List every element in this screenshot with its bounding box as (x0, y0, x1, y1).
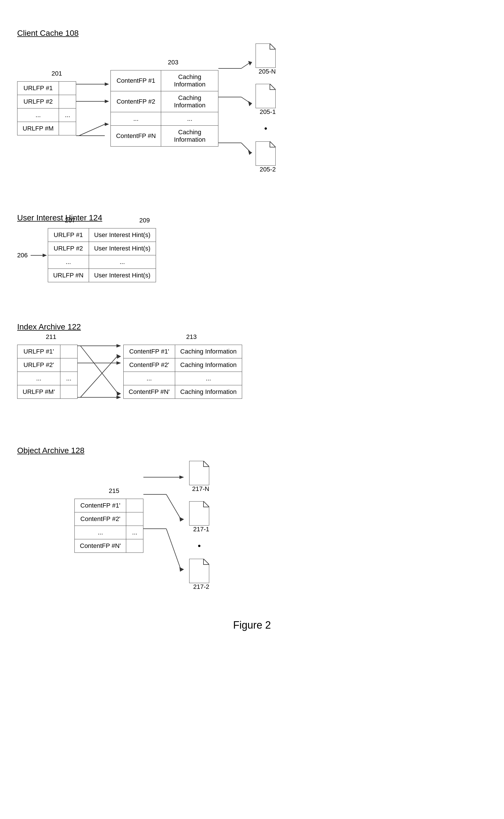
svg-line-8 (241, 63, 250, 68)
cell: Caching Information (175, 385, 242, 398)
svg-marker-42 (189, 559, 209, 583)
svg-marker-26 (116, 391, 121, 396)
cell: URLFP #M (17, 122, 59, 135)
svg-marker-15 (248, 150, 252, 155)
svg-line-14 (241, 143, 250, 151)
cell (60, 358, 77, 372)
arrow-206 (31, 252, 48, 258)
cell: Caching Information (175, 358, 242, 372)
doc-205-1: 205-1 (256, 84, 276, 116)
document-icon (189, 461, 209, 485)
user-interest-title: User Interest Hinter 124 (17, 213, 487, 222)
doc-dots: • (256, 124, 276, 133)
cell (59, 95, 76, 108)
cell: ContentFP #1 (111, 70, 161, 91)
cell: URLFP #N (48, 269, 89, 282)
svg-marker-20 (43, 254, 47, 257)
ref-211: 211 (46, 333, 56, 341)
index-archive-left-table: URLFP #1' URLFP #2' ... ... URLFP #M' (17, 345, 78, 399)
cell: ContentFP #1' (75, 499, 126, 512)
cell: CachingInformation (161, 70, 218, 91)
svg-marker-39 (179, 567, 184, 572)
object-archive-table: ContentFP #1' ContentFP #2' ... ... Cont… (74, 499, 143, 553)
doc-217-2: 217-2 (189, 559, 209, 591)
table-row: ContentFP #1 CachingInformation (111, 70, 218, 91)
cell: URLFP #1 (17, 82, 59, 95)
cell (60, 345, 77, 358)
cell: URLFP #2 (48, 242, 89, 255)
cell: User Interest Hint(s) (89, 242, 156, 255)
svg-marker-12 (248, 101, 252, 106)
doc-205-n: 205-N (256, 44, 276, 75)
cell: ContentFP #2' (75, 512, 126, 526)
doc-label: 217-2 (189, 583, 209, 591)
cell (126, 539, 143, 553)
cell: ContentFP #1' (123, 345, 175, 358)
svg-marker-3 (105, 100, 109, 103)
doc-dots: • (189, 542, 209, 550)
doc-205-2: 205-2 (256, 141, 276, 173)
client-cache-right-table: ContentFP #1 CachingInformation ContentF… (110, 70, 218, 147)
svg-marker-28 (116, 354, 121, 359)
svg-marker-33 (179, 475, 184, 479)
table-row: ... ... (17, 108, 76, 122)
arrows-mid-docs (218, 54, 256, 163)
document-icon (256, 84, 276, 108)
svg-marker-18 (256, 141, 276, 166)
cell (59, 82, 76, 95)
user-interest-section: User Interest Hinter 124 206 207 209 URL… (17, 202, 487, 282)
table-row: ... ... (17, 372, 78, 385)
cell: CachingInformation (161, 91, 218, 112)
svg-marker-22 (116, 344, 121, 348)
ref-213: 213 (186, 333, 197, 341)
table-row: URLFP #1 User Interest Hint(s) (48, 228, 156, 242)
object-arrows (143, 469, 189, 583)
cell (126, 512, 143, 526)
ref-207: 207 (65, 217, 76, 224)
figure-caption: Figure 2 (17, 619, 487, 631)
index-archive-section: Index Archive 122 211 URLFP #1' URLFP #2… (17, 311, 487, 406)
index-archive-right-table: ContentFP #1' Caching Information Conten… (123, 345, 242, 399)
table-row: ContentFP #2 CachingInformation (111, 91, 218, 112)
object-archive-section: Object Archive 128 215 ContentFP #1' Con… (17, 435, 487, 591)
table-row: URLFP #2' (17, 358, 78, 372)
doc-label: 205-1 (256, 108, 276, 116)
cell: ... (89, 255, 156, 269)
cell: URLFP #2 (17, 95, 59, 108)
cell: URLFP #1' (17, 345, 60, 358)
table-row: ContentFP #2' Caching Information (123, 358, 242, 372)
document-icon (256, 141, 276, 166)
table-row: URLFP #2 User Interest Hint(s) (48, 242, 156, 255)
cell: ... (75, 526, 126, 539)
ref-201: 201 (52, 70, 62, 77)
cell: Caching Information (175, 345, 242, 358)
ref-206: 206 (17, 252, 28, 259)
client-cache-title: Client Cache 108 (17, 29, 487, 38)
table-row: ContentFP #N CachingInformation (111, 126, 218, 147)
svg-line-38 (166, 529, 181, 569)
svg-marker-40 (189, 461, 209, 485)
table-row: URLFP #N User Interest Hint(s) (48, 269, 156, 282)
cell: URLFP #2' (17, 358, 60, 372)
cell (59, 122, 76, 135)
svg-line-27 (80, 356, 118, 397)
svg-marker-6 (105, 123, 109, 126)
object-archive-title: Object Archive 128 (17, 446, 487, 455)
document-icon (256, 44, 276, 68)
table-row: URLFP #2 (17, 95, 76, 108)
docs-column: 205-N 205-1 • (256, 44, 276, 173)
table-row: URLFP #M (17, 122, 76, 135)
client-cache-section: Client Cache 108 201 URLFP #1 URLFP #2 (17, 11, 487, 173)
table-row: URLFP #M' (17, 385, 78, 398)
doc-label: 217-1 (189, 526, 209, 533)
cell: ... (161, 112, 218, 126)
cell: User Interest Hint(s) (89, 269, 156, 282)
document-icon (189, 559, 209, 583)
ref-203: 203 (168, 59, 178, 66)
table-row: URLFP #1 (17, 82, 76, 95)
svg-marker-24 (116, 361, 121, 365)
cell (60, 385, 77, 398)
cell: User Interest Hint(s) (89, 228, 156, 242)
doc-label: 205-2 (256, 166, 276, 173)
doc-217-1: 217-1 (189, 501, 209, 533)
